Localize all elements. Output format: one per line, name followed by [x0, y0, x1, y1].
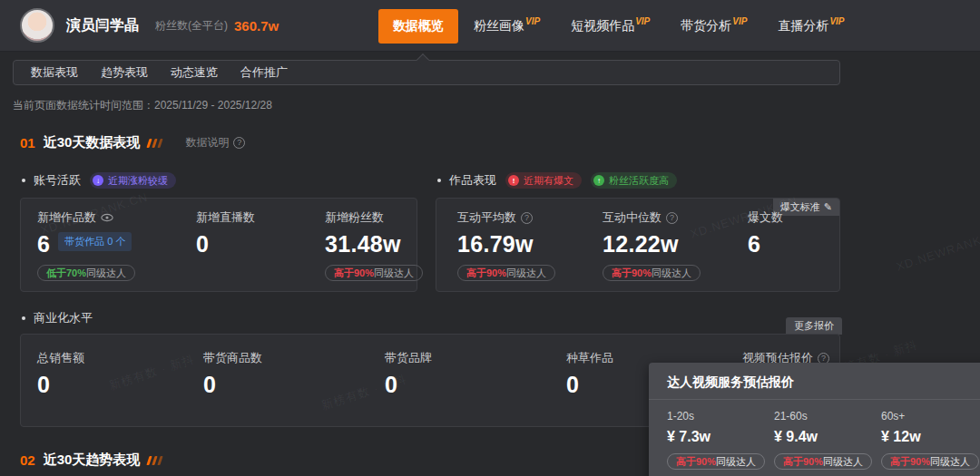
tab-ecommerce-analysis[interactable]: 带货分析VIP — [665, 0, 762, 52]
subnav-activity-quickview[interactable]: 动态速览 — [171, 64, 218, 81]
vip-tag: VIP — [525, 16, 540, 26]
tab-label: 直播分析 — [778, 18, 828, 34]
tab-label: 带货分析 — [681, 18, 731, 34]
section-1-header: 01 近30天数据表现 数据说明 ? — [20, 134, 245, 151]
group-title: 账号活跃 — [34, 172, 81, 189]
fans-count-label: 粉丝数(全平台) — [155, 18, 228, 34]
ecommerce-works-badge: 带货作品 0 个 — [58, 232, 132, 251]
section-number: 02 — [20, 452, 35, 468]
stat-label: 总销售额 — [37, 350, 84, 366]
peer-compare-pill: 高于90% 同级达人 — [881, 453, 979, 470]
group-title: 作品表现 — [449, 172, 496, 189]
tab-short-video-works[interactable]: 短视频作品VIP — [555, 0, 665, 52]
group-title: 商业化水平 — [34, 310, 93, 326]
stat-value: 31.48w — [325, 231, 401, 257]
active-fans-badge: ↑ 粉丝活跃度高 — [591, 172, 677, 189]
account-activity-label: 账号活跃 ↓ 近期涨粉较缓 — [22, 172, 176, 189]
commercialization-label: 商业化水平 — [22, 310, 93, 326]
pill-prefix: 高于90% — [783, 455, 823, 469]
pill-prefix: 高于90% — [676, 455, 716, 469]
vip-tag: VIP — [732, 16, 747, 26]
badge-label: 粉丝活跃度高 — [609, 174, 669, 188]
section-number: 01 — [20, 135, 35, 151]
divider — [649, 399, 980, 400]
stat-value: 0 — [566, 372, 579, 398]
section-title: 近30天趋势表现 — [44, 452, 141, 469]
top-nav: 数据概览 粉丝画像VIP 短视频作品VIP 带货分析VIP 直播分析VIP — [378, 0, 860, 52]
stat-value: 0 — [385, 372, 397, 398]
stat-brand-count: 带货品牌 0 — [385, 350, 432, 398]
date-range-text: 当前页面数据统计时间范围：2025/11/29 - 2025/12/28 — [13, 98, 272, 113]
works-performance-label: 作品表现 ! 近期有爆文 ↑ 粉丝活跃度高 — [437, 172, 677, 189]
profile-name: 演员闫学晶 — [66, 16, 139, 35]
eye-icon[interactable] — [101, 213, 113, 222]
pill-suffix: 同级达人 — [930, 455, 970, 469]
quote-21-60s: 21-60s ¥ 9.4w 高于90% 同级达人 — [774, 410, 872, 470]
section-title: 近30天数据表现 — [44, 134, 141, 151]
stat-label: 新增作品数 — [37, 209, 96, 226]
stat-label: 互动平均数 — [457, 209, 516, 226]
video-quote-popup: 达人视频服务预估报价 1-20s ¥ 7.3w 高于90% 同级达人 21-60… — [649, 363, 980, 476]
subnav-data-performance[interactable]: 数据表现 — [31, 64, 78, 81]
help-icon[interactable]: ? — [233, 137, 245, 149]
data-explain-hint: 数据说明 ? — [185, 135, 245, 151]
peer-compare-pill: 低于70% 同级达人 — [37, 265, 135, 281]
pill-prefix: 高于90% — [466, 267, 506, 280]
quote-price: ¥ 7.3w — [667, 429, 765, 445]
stat-new-fans: 新增粉丝数 31.48w 高于90% 同级达人 — [325, 209, 423, 281]
stat-new-works: 新增作品数 6 带货作品 0 个 低于70% 同级达人 — [37, 209, 135, 281]
vip-tag: VIP — [635, 16, 650, 26]
stat-avg-interaction: 互动平均数 ? 16.79w 高于90% 同级达人 — [457, 209, 555, 281]
avatar[interactable] — [20, 8, 54, 43]
tab-label: 短视频作品 — [571, 18, 634, 34]
badge-label: 近期有爆文 — [524, 174, 573, 188]
stat-label: 带货品牌 — [385, 350, 432, 366]
subnav-cooperation-promotion[interactable]: 合作推广 — [240, 64, 288, 81]
stat-value: 0 — [196, 231, 209, 257]
tab-fans-portrait[interactable]: 粉丝画像VIP — [458, 0, 555, 52]
help-icon[interactable]: ? — [521, 212, 533, 224]
pill-prefix: 高于90% — [334, 267, 374, 280]
pill-suffix: 同级达人 — [716, 455, 756, 469]
stat-seeding-works: 种草作品 0 — [566, 350, 613, 398]
hint-label: 数据说明 — [185, 135, 229, 151]
subnav-trend-performance[interactable]: 趋势表现 — [101, 64, 148, 81]
stat-hot-content-count: 爆文数 6 — [748, 209, 783, 257]
stat-label: 爆文数 — [748, 209, 783, 226]
stat-label: 新增粉丝数 — [325, 209, 384, 226]
edit-icon: ✎ — [824, 201, 832, 213]
stat-value: 0 — [37, 372, 50, 398]
help-icon[interactable]: ? — [666, 212, 678, 224]
stat-product-count: 带货商品数 0 — [203, 350, 262, 398]
quote-duration: 60s+ — [881, 410, 979, 423]
more-quotes-button[interactable]: 更多报价 — [786, 317, 842, 335]
hot-content-badge: ! 近期有爆文 — [505, 172, 582, 189]
stat-value: 0 — [203, 372, 216, 398]
quote-price: ¥ 9.4w — [774, 429, 872, 445]
quote-marks-icon — [147, 139, 163, 148]
quote-duration: 21-60s — [774, 410, 872, 423]
peer-compare-pill: 高于90% 同级达人 — [457, 265, 555, 281]
pill-suffix: 同级达人 — [86, 267, 126, 280]
quote-price: ¥ 12w — [881, 429, 979, 445]
stat-new-lives: 新增直播数 0 — [196, 209, 255, 257]
badge-label: 近期涨粉较缓 — [108, 174, 168, 188]
bullet-icon — [437, 179, 441, 182]
bullet-icon — [22, 316, 25, 320]
alert-icon: ! — [508, 175, 519, 186]
quote-60s-plus: 60s+ ¥ 12w 高于90% 同级达人 — [881, 410, 979, 470]
stat-median-interaction: 互动中位数 ? 12.22w 高于90% 同级达人 — [603, 209, 701, 281]
watermark: XD.NEWRANK.CN — [895, 226, 980, 273]
peer-compare-pill: 高于90% 同级达人 — [325, 265, 423, 281]
tab-data-overview[interactable]: 数据概览 — [378, 9, 458, 44]
pill-suffix: 同级达人 — [823, 455, 863, 469]
quote-duration: 1-20s — [667, 410, 765, 423]
pill-suffix: 同级达人 — [506, 267, 546, 280]
quote-marks-icon — [147, 456, 163, 465]
tab-live-analysis[interactable]: 直播分析VIP — [762, 0, 859, 52]
section-2-header: 02 近30天趋势表现 — [20, 452, 162, 469]
tab-label: 数据概览 — [393, 18, 444, 34]
pill-suffix: 同级达人 — [374, 267, 414, 280]
button-label: 爆文标准 — [780, 200, 820, 214]
tab-label: 粉丝画像 — [474, 18, 524, 34]
